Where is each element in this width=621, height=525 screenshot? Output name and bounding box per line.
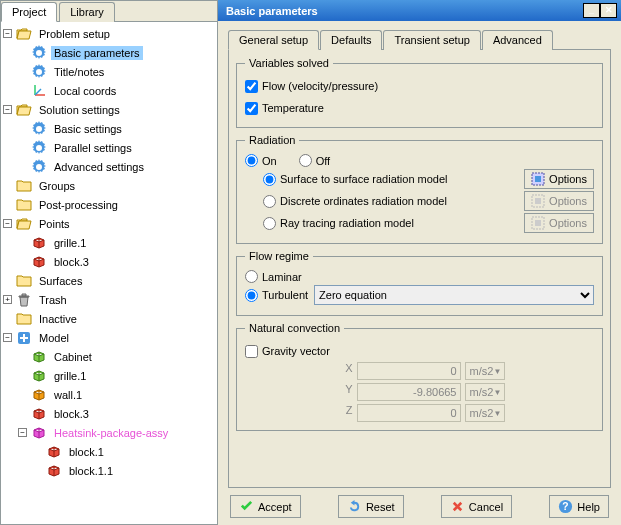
radio-discrete-input[interactable] xyxy=(263,195,276,208)
accept-label: Accept xyxy=(258,501,292,513)
spacer xyxy=(18,124,27,133)
spacer xyxy=(3,314,12,323)
radio-surface-model[interactable]: Surface to surface radiation model xyxy=(263,173,518,186)
radio-surface-input[interactable] xyxy=(263,173,276,186)
radio-laminar[interactable]: Laminar xyxy=(245,270,302,283)
gear-icon xyxy=(31,140,47,156)
checkbox-flow[interactable]: Flow (velocity/pressure) xyxy=(245,80,378,93)
radio-radiation-on-input[interactable] xyxy=(245,154,258,167)
tree-item-groups[interactable]: Groups xyxy=(36,179,78,193)
tree-item-trash[interactable]: Trash xyxy=(36,293,70,307)
gear-icon xyxy=(31,45,47,61)
close-button[interactable]: ✕ xyxy=(600,3,617,18)
radio-ray-input[interactable] xyxy=(263,217,276,230)
radio-radiation-on[interactable]: On xyxy=(245,154,277,167)
radio-turbulent[interactable]: Turbulent xyxy=(245,289,308,302)
minimize-button[interactable]: _ xyxy=(583,3,600,18)
spacer xyxy=(18,86,27,95)
checkbox-flow-input[interactable] xyxy=(245,80,258,93)
expander-icon[interactable]: − xyxy=(3,219,12,228)
radio-radiation-off[interactable]: Off xyxy=(299,154,330,167)
tree-item-title-notes[interactable]: Title/notes xyxy=(51,65,107,79)
reset-button[interactable]: Reset xyxy=(338,495,404,518)
checkbox-gravity-vector[interactable]: Gravity vector xyxy=(245,345,330,358)
expander-icon[interactable]: + xyxy=(3,295,12,304)
tree-item-advanced-settings[interactable]: Advanced settings xyxy=(51,160,147,174)
radio-laminar-input[interactable] xyxy=(245,270,258,283)
tree-item-solution-settings[interactable]: Solution settings xyxy=(36,103,123,117)
cube-green-icon xyxy=(31,349,47,365)
radio-ray-model[interactable]: Ray tracing radiation model xyxy=(263,217,518,230)
axes-icon xyxy=(31,83,47,99)
tree-item-wall1[interactable]: wall.1 xyxy=(51,388,85,402)
cube-green-icon xyxy=(31,368,47,384)
radio-ray-label: Ray tracing radiation model xyxy=(280,217,414,229)
expander-icon[interactable]: − xyxy=(3,105,12,114)
expander-icon[interactable]: − xyxy=(3,333,12,342)
assembly-icon xyxy=(31,425,47,441)
spacer xyxy=(18,409,27,418)
spacer xyxy=(18,48,27,57)
tree-item-inactive[interactable]: Inactive xyxy=(36,312,80,326)
spacer xyxy=(3,276,12,285)
turbulence-model-select[interactable]: Zero equation xyxy=(314,285,594,305)
caret-icon: ▼ xyxy=(494,409,502,418)
tree-item-surfaces[interactable]: Surfaces xyxy=(36,274,85,288)
tree-item-heatsink[interactable]: Heatsink-package-assy xyxy=(51,426,171,440)
radio-discrete-model[interactable]: Discrete ordinates radiation model xyxy=(263,195,518,208)
tree-item-post-processing[interactable]: Post-processing xyxy=(36,198,121,212)
cancel-button[interactable]: Cancel xyxy=(441,495,512,518)
dialog: Basic parameters _ ✕ General setup Defau… xyxy=(218,0,621,525)
tree[interactable]: −Problem setup Basic parameters Title/no… xyxy=(1,22,217,524)
tree-item-points[interactable]: Points xyxy=(36,217,73,231)
tree-item-block11[interactable]: block.1.1 xyxy=(66,464,116,478)
cube-red-icon xyxy=(31,254,47,270)
legend-natural-convection: Natural convection xyxy=(245,322,344,334)
cube-orange-icon xyxy=(31,387,47,403)
tree-item-grille1[interactable]: grille.1 xyxy=(51,236,89,250)
spacer xyxy=(18,257,27,266)
tree-item-basic-parameters[interactable]: Basic parameters xyxy=(51,46,143,60)
spacer xyxy=(18,162,27,171)
tree-item-cabinet[interactable]: Cabinet xyxy=(51,350,95,364)
left-tabstrip: Project Library xyxy=(1,1,217,22)
tree-item-parallel-settings[interactable]: Parallel settings xyxy=(51,141,135,155)
tree-item-problem-setup[interactable]: Problem setup xyxy=(36,27,113,41)
checkbox-gravity-input[interactable] xyxy=(245,345,258,358)
spacer xyxy=(18,371,27,380)
accept-button[interactable]: Accept xyxy=(230,495,301,518)
svg-rect-4 xyxy=(535,198,541,204)
tree-item-grille1b[interactable]: grille.1 xyxy=(51,369,89,383)
expander-icon[interactable]: − xyxy=(3,29,12,38)
tree-item-basic-settings[interactable]: Basic settings xyxy=(51,122,125,136)
tab-advanced[interactable]: Advanced xyxy=(482,30,553,50)
cube-red-icon xyxy=(31,235,47,251)
model-icon xyxy=(16,330,32,346)
radio-turbulent-input[interactable] xyxy=(245,289,258,302)
expander-icon[interactable]: − xyxy=(18,428,27,437)
tree-item-block3[interactable]: block.3 xyxy=(51,255,92,269)
tab-library[interactable]: Library xyxy=(59,2,115,22)
radio-radiation-off-input[interactable] xyxy=(299,154,312,167)
options-icon xyxy=(531,216,545,230)
checkbox-gravity-label: Gravity vector xyxy=(262,345,330,357)
tab-transient-setup[interactable]: Transient setup xyxy=(383,30,480,50)
tree-item-block1[interactable]: block.1 xyxy=(66,445,107,459)
fieldset-flow-regime: Flow regime Laminar Turbulent Zero equat… xyxy=(236,250,603,316)
tree-item-model[interactable]: Model xyxy=(36,331,72,345)
options-button-ray: Options xyxy=(524,213,594,233)
tree-item-block3b[interactable]: block.3 xyxy=(51,407,92,421)
options-button-surface[interactable]: Options xyxy=(524,169,594,189)
options-button-discrete: Options xyxy=(524,191,594,211)
gravity-z-input xyxy=(357,404,461,422)
tab-defaults[interactable]: Defaults xyxy=(320,30,382,50)
unit-text: m/s2 xyxy=(470,407,494,419)
tree-item-local-coords[interactable]: Local coords xyxy=(51,84,119,98)
checkbox-temperature[interactable]: Temperature xyxy=(245,102,324,115)
caret-icon: ▼ xyxy=(494,388,502,397)
tab-project[interactable]: Project xyxy=(1,2,57,22)
help-button[interactable]: ?Help xyxy=(549,495,609,518)
checkbox-temperature-input[interactable] xyxy=(245,102,258,115)
tab-general-setup[interactable]: General setup xyxy=(228,30,319,50)
gear-icon xyxy=(31,121,47,137)
